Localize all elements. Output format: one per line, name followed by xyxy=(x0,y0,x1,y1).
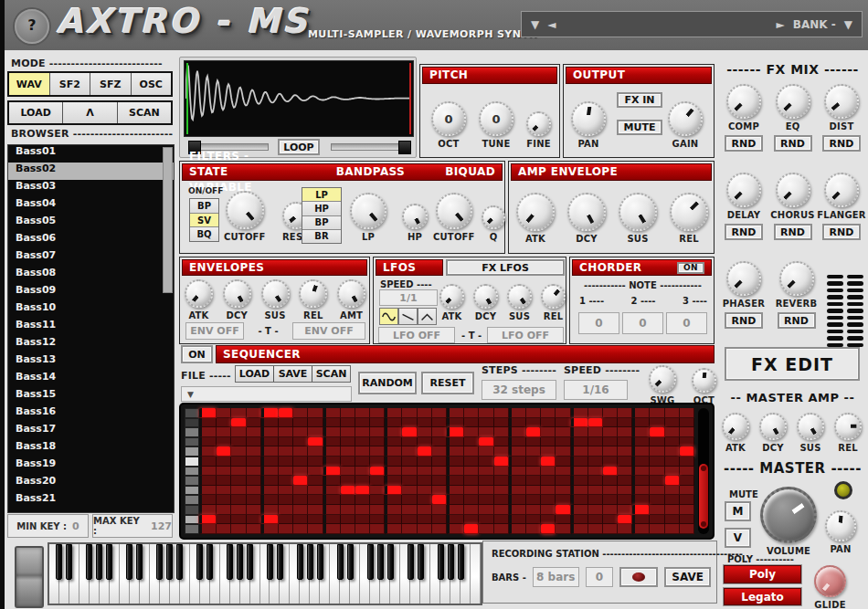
black-key-after-2[interactable] xyxy=(66,544,72,580)
seq-cell-c13-r10[interactable] xyxy=(385,495,402,505)
seq-cell-c22-r1[interactable] xyxy=(526,408,541,418)
seq-cell-c32-r7[interactable] xyxy=(680,467,694,477)
seq-cell-c22-r6[interactable] xyxy=(526,457,541,467)
black-key-after-30[interactable] xyxy=(347,544,354,580)
seq-cell-c22-r4[interactable] xyxy=(526,437,541,447)
seq-cell-c31-r7[interactable] xyxy=(665,467,680,477)
seq-cell-c31-r13[interactable] xyxy=(665,524,680,534)
seq-cell-c1-r9[interactable] xyxy=(199,486,217,496)
seq-cell-c16-r6[interactable] xyxy=(432,457,447,467)
seq-cell-c25-r12[interactable] xyxy=(571,515,588,525)
eq-rnd-button[interactable]: RND xyxy=(774,135,812,152)
mute-button[interactable]: MUTE xyxy=(617,120,662,135)
seq-cell-c16-r9[interactable] xyxy=(432,486,447,496)
flanger-rnd-button[interactable]: RND xyxy=(822,224,861,240)
seq-cell-c5-r7[interactable] xyxy=(261,467,279,477)
sus-knob[interactable] xyxy=(797,413,824,440)
seq-file-save[interactable]: SAVE xyxy=(274,366,312,382)
seq-cell-c19-r3[interactable] xyxy=(479,427,493,437)
seq-cell-c31-r1[interactable] xyxy=(665,408,680,418)
seq-cell-c18-r3[interactable] xyxy=(464,427,479,437)
seq-cell-c6-r8[interactable] xyxy=(279,476,293,486)
seq-cell-c9-r1[interactable] xyxy=(323,408,341,418)
phaser-rnd-button[interactable]: RND xyxy=(725,312,763,329)
chorus-rnd-button[interactable]: RND xyxy=(774,224,812,240)
black-key-after-33[interactable] xyxy=(377,544,384,580)
seq-cell-c3-r11[interactable] xyxy=(231,505,246,515)
seq-cell-c13-r4[interactable] xyxy=(385,437,402,447)
black-key-after-39[interactable] xyxy=(438,544,444,580)
seq-cell-c28-r11[interactable] xyxy=(618,505,632,515)
seq-cell-c23-r13[interactable] xyxy=(541,524,556,534)
seq-cell-c17-r6[interactable] xyxy=(447,457,464,467)
browser-item-bass11[interactable]: Bass11 xyxy=(8,319,174,336)
seq-cell-c19-r13[interactable] xyxy=(479,524,493,534)
dist-rnd-button[interactable]: RND xyxy=(822,135,861,152)
seq-cell-c9-r6[interactable] xyxy=(323,457,341,467)
seq-cell-c10-r4[interactable] xyxy=(341,437,355,447)
note-3-value[interactable]: 0 xyxy=(666,312,707,334)
lfo-target-b-select[interactable]: LFO OFF xyxy=(487,327,564,343)
seq-cell-c27-r3[interactable] xyxy=(603,427,618,437)
fx-edit-button[interactable]: FX EDIT xyxy=(725,347,860,381)
seq-cell-c9-r10[interactable] xyxy=(323,495,341,505)
seq-cell-c17-r3[interactable] xyxy=(447,427,464,437)
seq-cell-c18-r6[interactable] xyxy=(464,457,479,467)
seq-cell-c16-r1[interactable] xyxy=(432,408,447,418)
seq-cell-c4-r10[interactable] xyxy=(247,495,261,505)
white-key-43[interactable] xyxy=(471,544,481,604)
seq-cell-c30-r4[interactable] xyxy=(650,437,664,447)
seq-cell-c29-r12[interactable] xyxy=(632,515,650,525)
seq-cell-c4-r5[interactable] xyxy=(247,446,261,457)
seq-cell-c26-r2[interactable] xyxy=(588,418,603,428)
seq-cell-c12-r11[interactable] xyxy=(370,505,385,515)
seq-cell-c23-r7[interactable] xyxy=(541,467,556,477)
seq-cell-c28-r4[interactable] xyxy=(618,437,632,447)
seq-cell-c22-r9[interactable] xyxy=(526,486,541,496)
seq-cell-c23-r5[interactable] xyxy=(541,446,556,457)
dcy-knob[interactable] xyxy=(567,193,606,231)
seq-cell-c12-r10[interactable] xyxy=(370,495,385,505)
seq-cell-c8-r11[interactable] xyxy=(308,505,323,515)
seq-cell-c30-r2[interactable] xyxy=(650,418,664,428)
seq-cell-c11-r13[interactable] xyxy=(355,524,370,534)
seq-cell-c32-r4[interactable] xyxy=(680,437,694,447)
seq-cell-c22-r8[interactable] xyxy=(526,476,541,486)
seq-cell-c28-r7[interactable] xyxy=(618,467,632,477)
seq-cell-c2-r3[interactable] xyxy=(217,427,231,437)
browser-item-bass03[interactable]: Bass03 xyxy=(8,180,174,197)
seq-cell-c18-r10[interactable] xyxy=(464,495,479,505)
atk-knob[interactable] xyxy=(439,284,464,309)
seq-cell-c26-r12[interactable] xyxy=(588,515,603,525)
sus-knob[interactable] xyxy=(261,279,290,308)
seq-cell-c10-r7[interactable] xyxy=(341,467,355,477)
seq-cell-c7-r9[interactable] xyxy=(293,486,308,496)
black-key-after-5[interactable] xyxy=(96,544,102,580)
seq-cell-c26-r10[interactable] xyxy=(588,495,603,505)
seq-cell-c3-r13[interactable] xyxy=(231,524,246,534)
seq-cell-c10-r8[interactable] xyxy=(341,476,355,486)
seq-cell-c9-r5[interactable] xyxy=(323,446,341,457)
seq-cell-c29-r2[interactable] xyxy=(632,418,650,428)
seq-cell-c23-r2[interactable] xyxy=(541,418,556,428)
comp-rnd-button[interactable]: RND xyxy=(725,135,763,152)
amt-knob[interactable] xyxy=(337,279,365,308)
black-key-after-12[interactable] xyxy=(166,544,173,580)
seq-cell-c23-r1[interactable] xyxy=(541,408,556,418)
seq-cell-c3-r6[interactable] xyxy=(231,457,246,467)
seq-cell-c31-r8[interactable] xyxy=(665,476,680,486)
seq-cell-c31-r10[interactable] xyxy=(665,495,680,505)
seq-cell-c1-r12[interactable] xyxy=(199,515,217,525)
seq-cell-c14-r9[interactable] xyxy=(402,486,417,496)
seq-cell-c1-r10[interactable] xyxy=(199,495,217,505)
min-key-box[interactable]: MIN KEY : 0 xyxy=(7,514,89,538)
gain-knob[interactable] xyxy=(668,101,703,136)
seq-cell-c11-r4[interactable] xyxy=(355,437,370,447)
seq-cell-c30-r5[interactable] xyxy=(650,446,664,457)
seq-cell-c19-r7[interactable] xyxy=(479,467,493,477)
seq-cell-c12-r5[interactable] xyxy=(370,446,385,457)
seq-cell-c2-r2[interactable] xyxy=(217,418,231,428)
seq-cell-c13-r9[interactable] xyxy=(385,486,402,496)
seq-cell-c25-r7[interactable] xyxy=(571,467,588,477)
seq-cell-c19-r4[interactable] xyxy=(479,437,493,447)
